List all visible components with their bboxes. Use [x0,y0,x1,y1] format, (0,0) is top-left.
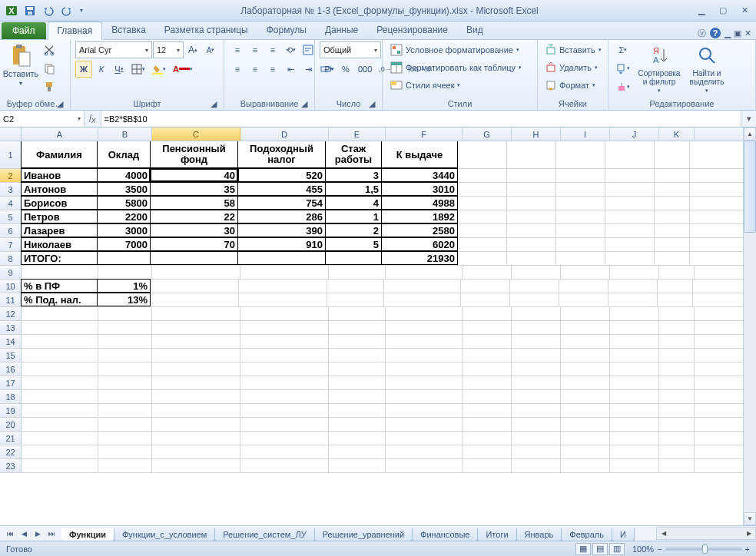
cell[interactable] [329,418,386,431]
cell[interactable] [463,404,512,417]
col-header-J[interactable]: J [610,127,659,141]
comma-icon[interactable]: 000 [355,61,375,78]
cell[interactable] [556,238,605,251]
cell[interactable] [329,349,386,362]
align-center-icon[interactable]: ≡ [247,61,264,78]
cell[interactable] [512,404,561,417]
data-cell[interactable]: Борисов [21,196,98,210]
cell[interactable] [152,266,240,279]
cell[interactable] [240,445,329,458]
row-header-12[interactable]: 12 [0,307,22,320]
data-cell[interactable]: 754 [237,196,326,210]
cell[interactable] [608,293,658,306]
cell[interactable] [151,280,239,293]
sheet-tab-2[interactable]: Решение_систем_ЛУ [214,528,314,541]
row-header-17[interactable]: 17 [0,376,22,389]
cell[interactable] [512,376,561,389]
row-header-19[interactable]: 19 [0,404,22,417]
cell[interactable] [239,280,327,293]
ribbon-tab-2[interactable]: Разметка страницы [155,22,257,39]
data-cell[interactable]: Петров [21,210,98,223]
cell[interactable] [608,280,658,293]
close-icon[interactable]: ✕ [736,5,753,17]
cell[interactable] [240,376,329,389]
cell[interactable] [561,432,610,445]
data-cell[interactable] [97,251,151,265]
data-cell[interactable]: 3440 [381,168,458,182]
cell[interactable] [512,418,561,431]
sheet-tab-6[interactable]: Январь [516,528,562,541]
grow-font-icon[interactable]: A▴ [184,41,201,58]
paste-button[interactable]: Вставить▾ [5,41,37,88]
cell[interactable] [605,183,655,196]
cell[interactable] [659,445,695,458]
cell[interactable] [463,432,512,445]
table-header[interactable]: К выдаче [381,141,458,168]
cell[interactable] [329,459,386,472]
data-cell[interactable]: 7000 [97,237,151,251]
currency-icon[interactable]: ₽▾ [320,61,337,78]
bold-button[interactable]: Ж [75,61,92,78]
zoom-level[interactable]: 100% [632,544,654,554]
cell[interactable] [329,266,386,279]
cell[interactable] [98,362,152,376]
cell[interactable] [507,197,556,210]
row-header-14[interactable]: 14 [0,335,22,348]
row-header-18[interactable]: 18 [0,390,22,403]
data-cell[interactable]: 390 [237,223,326,237]
data-cell[interactable]: 22 [150,210,238,223]
fill-color-icon[interactable]: ▾ [149,61,169,78]
zoom-out-icon[interactable]: − [657,544,662,554]
cell[interactable] [152,404,240,417]
cell[interactable] [22,418,98,431]
cell[interactable] [152,445,240,458]
qat-customize-icon[interactable]: ▾ [77,2,86,19]
number-format-combo[interactable]: Общий▾ [320,41,381,58]
view-normal-icon[interactable]: ▦ [575,543,591,555]
cell[interactable] [659,404,695,417]
dialog-launcher-icon[interactable]: ◢ [299,98,310,109]
data-cell[interactable]: % Под. нал. [21,293,98,306]
cell[interactable] [561,349,610,362]
data-cell[interactable]: 40 [150,168,238,182]
cell[interactable] [329,432,386,445]
wrap-text-icon[interactable] [300,41,317,58]
vertical-scrollbar[interactable]: ▲ ▼ [743,127,756,525]
orientation-icon[interactable]: ⟲▾ [282,41,299,58]
format-painter-icon[interactable] [40,78,58,95]
percent-icon[interactable]: % [337,61,354,78]
cell[interactable] [655,252,690,265]
cell[interactable] [386,459,463,472]
cell[interactable] [240,404,329,417]
cell[interactable] [556,197,605,210]
cell[interactable] [458,141,507,168]
row-header-22[interactable]: 22 [0,445,22,458]
row-header-20[interactable]: 20 [0,418,22,431]
data-cell[interactable]: % в ПФ [21,279,98,293]
sheet-tab-3[interactable]: Решение_уравнений [314,528,413,541]
data-cell[interactable] [150,251,238,265]
autosum-icon[interactable]: Σ ▾ [613,41,633,58]
data-cell[interactable]: 4000 [97,168,151,182]
cell[interactable] [655,183,690,196]
excel-icon[interactable]: X [3,2,20,19]
cell[interactable] [605,238,655,251]
dialog-launcher-icon[interactable]: ◢ [366,98,377,109]
cell[interactable] [512,307,561,320]
data-cell[interactable]: 2580 [381,223,458,237]
table-header[interactable]: Подоходный налог [237,141,326,168]
cell[interactable] [22,307,98,320]
minimize-icon[interactable]: ▁ [693,5,710,17]
cell[interactable] [512,335,561,348]
align-bottom-icon[interactable]: ≡ [264,41,281,58]
cell[interactable] [22,335,98,348]
cell[interactable] [463,390,512,403]
font-name-combo[interactable]: Arial Cyr▾ [75,41,152,58]
cell-styles-button[interactable]: Стили ячеек ▾ [387,77,463,94]
cell[interactable] [386,390,463,403]
cell[interactable] [605,252,655,265]
cell[interactable] [386,362,463,376]
cell[interactable] [610,321,659,334]
cell[interactable] [329,390,386,403]
sheet-tab-4[interactable]: Финансовые [412,528,478,541]
